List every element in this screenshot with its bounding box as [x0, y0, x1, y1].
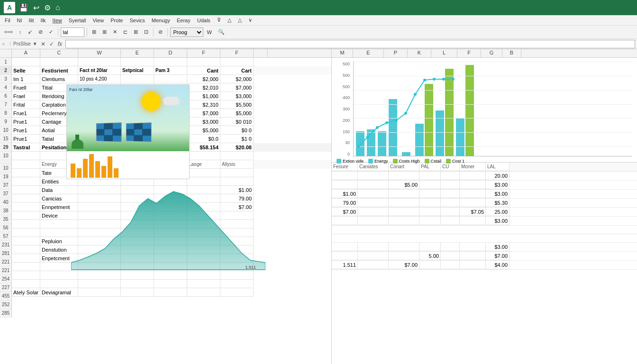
menu-filter-icon[interactable]: ⊽	[214, 16, 224, 24]
cell-6-F2[interactable]: $3,000	[220, 92, 254, 100]
cell-4-F2[interactable]: $7,000	[220, 83, 254, 92]
tb-grid2-btn[interactable]: ⊞	[100, 27, 109, 36]
home-icon[interactable]: ⌂	[55, 3, 60, 12]
cell-29-F1[interactable]: $58.154	[187, 143, 220, 152]
menu-prote[interactable]: Prote	[108, 17, 126, 24]
rentities-LAL[interactable]: $3.00	[486, 181, 510, 189]
menu-menugy[interactable]: Menugy	[149, 17, 173, 24]
cell-7-F2[interactable]: $5,500	[220, 100, 254, 109]
cell-285-C[interactable]: Deviagramal	[40, 288, 78, 297]
cell-15-F2[interactable]: $1 0	[220, 135, 254, 143]
col-header-M[interactable]: M	[332, 49, 353, 57]
col-header-C[interactable]: C	[40, 49, 78, 57]
cell-3-A[interactable]: Im 1	[12, 75, 40, 83]
cell-29-A[interactable]: Tastral	[12, 143, 40, 152]
tb-grid-btn[interactable]: ⊞	[90, 27, 99, 36]
menu-sort2-icon[interactable]: △	[235, 16, 245, 24]
formula-input[interactable]	[65, 40, 635, 48]
cell-15-F1[interactable]: $0.0	[187, 135, 220, 143]
menu-ilit[interactable]: Ilit	[26, 17, 37, 24]
rtate-LAL[interactable]: 20.00	[486, 172, 510, 180]
menu-view[interactable]: View	[90, 17, 107, 24]
cell-4-F1[interactable]: $2,010	[187, 83, 220, 92]
cell-3-F1[interactable]: $2,000	[187, 75, 220, 83]
cell-2-C[interactable]: Festisrient	[40, 66, 78, 75]
rennpetment-LAL[interactable]: 25.00	[486, 208, 510, 216]
menu-dropdown-icon[interactable]: ∨	[246, 16, 255, 24]
rpepluion-LAL[interactable]: $3.00	[486, 243, 510, 251]
menu-sevics[interactable]: Sevics	[127, 17, 147, 24]
cell-285-A[interactable]: Ately Solar	[12, 288, 40, 297]
cell-1-C[interactable]	[40, 58, 78, 66]
undo-icon[interactable]: ↩	[33, 3, 39, 12]
cell-8-F1[interactable]: $7,000	[187, 109, 220, 118]
cell-10-F2[interactable]: $0 0	[220, 126, 254, 135]
tb-w-btn[interactable]: W	[205, 28, 214, 36]
tb-check-btn[interactable]: ✓	[46, 27, 55, 36]
cell-2-F1[interactable]: Cant	[187, 66, 220, 75]
cell-2-E[interactable]: Setpnical	[121, 66, 154, 75]
rdata-LAL[interactable]: $3.00	[486, 190, 510, 198]
formula-back-icon[interactable]: 〈	[7, 41, 11, 47]
cell-t2h-F1[interactable]: Laoge	[187, 160, 220, 169]
cell-29-F2[interactable]: $20.08	[220, 143, 254, 152]
formula-nav-icon[interactable]: ▼	[33, 41, 37, 46]
tb-grid3-btn[interactable]: ⊞	[131, 27, 140, 36]
menu-iiew[interactable]: IIew	[50, 17, 65, 24]
cell-7-A[interactable]: Frital	[12, 100, 40, 109]
col-header-E[interactable]: E	[121, 49, 154, 57]
cell-8-A[interactable]: Frue1	[12, 109, 40, 118]
menu-eeray[interactable]: Eeray	[174, 17, 193, 24]
rentities-Conart[interactable]: $5.00	[389, 181, 419, 189]
menu-fil[interactable]: Fil	[2, 17, 13, 24]
formula-cancel-btn[interactable]: ✕	[39, 41, 47, 47]
cell-3-E[interactable]	[121, 75, 154, 83]
col-Caniates[interactable]: Caniates	[358, 163, 389, 171]
col-Conart[interactable]: Conart	[389, 163, 419, 171]
rcanicias-LAL[interactable]: $5.30	[486, 199, 510, 207]
col-Feoure[interactable]: Feoure	[332, 163, 358, 171]
renpetcment-LAL[interactable]: $4.00	[486, 261, 510, 269]
formula-expand-icon[interactable]: ○	[2, 41, 5, 46]
redo-icon[interactable]: ⚙	[44, 3, 51, 12]
cell-3-D[interactable]	[154, 75, 187, 83]
rdevice-LAL[interactable]: $3.00	[486, 217, 510, 225]
cell-2-A[interactable]: Selle	[12, 66, 40, 75]
cell-1-F2[interactable]	[220, 58, 254, 66]
cell-15-A[interactable]: Prue1	[12, 135, 40, 143]
zoom-dropdown[interactable]: Proog	[170, 27, 203, 37]
col-header-K[interactable]: K	[408, 49, 431, 57]
cell-10-F1[interactable]: $5,000	[187, 126, 220, 135]
col-CU[interactable]: CU	[441, 163, 460, 171]
cell-8-F2[interactable]: $5,000	[220, 109, 254, 118]
tb-circle-btn[interactable]: ⊘	[36, 27, 45, 36]
col-Moner[interactable]: Moner	[460, 163, 486, 171]
cell-9-F2[interactable]: $0 010	[220, 118, 254, 126]
menu-sort-icon[interactable]: △	[225, 16, 234, 24]
col-header-F3[interactable]: F	[457, 49, 481, 57]
tb-up-btn[interactable]: ↑	[17, 28, 24, 36]
col-LAL[interactable]: LAL	[486, 163, 510, 171]
col-header-G[interactable]: G	[481, 49, 502, 57]
menu-syertall[interactable]: Syertall	[66, 17, 89, 24]
rennpetment-Moner[interactable]: $7.05	[460, 208, 486, 216]
cell-3-C[interactable]: Clentiums	[40, 75, 78, 83]
tb-search-btn[interactable]: 🔍	[216, 27, 227, 36]
cell-2-W[interactable]: Fact nt 20lar	[78, 66, 121, 75]
menu-udals[interactable]: Udals	[194, 17, 213, 24]
tb-x-btn[interactable]: ✕	[110, 27, 119, 36]
col-header-A[interactable]: A	[12, 49, 40, 57]
cell-4-A[interactable]: Fruell	[12, 83, 40, 92]
cell-t2h-F2[interactable]: Allysis	[220, 160, 254, 169]
formula-confirm-btn[interactable]: ✓	[48, 41, 55, 47]
col-header-F1[interactable]: F	[187, 49, 220, 57]
col-header-D[interactable]: D	[154, 49, 187, 57]
cell-1-E[interactable]	[121, 58, 154, 66]
renpetcment-Conart[interactable]: $7.00	[389, 261, 419, 269]
tb-grid4-btn[interactable]: ⊡	[142, 27, 151, 36]
col-header-W[interactable]: W	[78, 49, 121, 57]
col-PAL[interactable]: PAL	[419, 163, 441, 171]
menu-ni[interactable]: NI	[14, 17, 25, 24]
cell-9-A[interactable]: Prue1	[12, 118, 40, 126]
rdenstution-PAL[interactable]: 5.00	[419, 252, 441, 260]
